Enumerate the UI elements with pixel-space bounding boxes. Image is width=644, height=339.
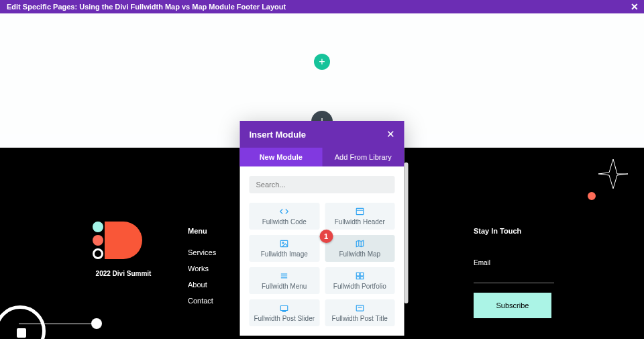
modal-header: Insert Module ✕: [240, 121, 405, 148]
module-card-fullwidth-header[interactable]: Fullwidth Header: [325, 203, 395, 230]
svg-rect-13: [360, 277, 364, 279]
header-icon: [355, 207, 364, 216]
module-search-input[interactable]: [250, 176, 395, 193]
decor-square: [17, 328, 26, 338]
module-grid: Fullwidth CodeFullwidth HeaderFullwidth …: [250, 203, 395, 326]
footer-subscribe-column: Stay In Touch Email Subscribe: [474, 227, 554, 318]
add-section-button[interactable]: +: [314, 54, 330, 70]
module-card-fullwidth-portfolio[interactable]: Fullwidth Portfolio: [325, 267, 395, 294]
module-card-label: Fullwidth Post Slider: [254, 315, 315, 322]
close-builder-button[interactable]: ✕: [631, 1, 639, 12]
module-card-label: Fullwidth Image: [261, 250, 308, 258]
site-name: 2022 Divi Summit: [83, 270, 164, 277]
modal-body: Fullwidth CodeFullwidth HeaderFullwidth …: [240, 166, 405, 336]
stay-heading: Stay In Touch: [474, 227, 554, 235]
decor-circle-small: [91, 318, 102, 329]
module-card-label: Fullwidth Code: [262, 218, 307, 226]
modal-close-button[interactable]: ✕: [386, 128, 395, 140]
footer-menu-item[interactable]: About: [188, 281, 216, 289]
map-icon: [355, 239, 364, 248]
step-badge: 1: [319, 230, 333, 243]
module-card-fullwidth-map[interactable]: Fullwidth Map1: [325, 235, 395, 262]
module-card-fullwidth-code[interactable]: Fullwidth Code: [250, 203, 320, 230]
decor-line: [19, 324, 99, 324]
svg-rect-18: [356, 305, 364, 311]
module-card-label: Fullwidth Menu: [262, 283, 307, 290]
svg-point-17: [285, 311, 286, 311]
subscribe-button[interactable]: Subscribe: [474, 293, 551, 318]
logo-dot-orange: [93, 235, 103, 246]
svg-rect-12: [356, 277, 360, 279]
footer-menu-item[interactable]: Contact: [188, 297, 216, 305]
footer-menu-item[interactable]: Services: [188, 248, 216, 256]
svg-point-3: [282, 242, 284, 244]
title-icon: [355, 303, 364, 313]
footer-menu-column: Menu Services Works About Contact: [188, 227, 216, 313]
module-card-label: Fullwidth Header: [335, 218, 385, 226]
footer-menu-item[interactable]: Works: [188, 264, 216, 273]
module-card-label: Fullwidth Post Title: [332, 315, 388, 322]
slider-icon: [280, 303, 289, 313]
email-input[interactable]: [474, 271, 554, 283]
module-card-label: Fullwidth Portfolio: [333, 283, 386, 290]
module-card-fullwidth-post-slider[interactable]: Fullwidth Post Slider: [250, 299, 320, 326]
logo-dot-teal: [93, 222, 103, 232]
module-card-fullwidth-image[interactable]: Fullwidth Image: [250, 235, 320, 262]
builder-top-bar: Edit Specific Pages: Using the Divi Full…: [0, 0, 644, 13]
svg-marker-4: [356, 240, 364, 246]
tab-add-from-library[interactable]: Add From Library: [322, 148, 405, 166]
footer-menu-heading: Menu: [188, 227, 216, 235]
module-card-fullwidth-menu[interactable]: Fullwidth Menu: [250, 267, 320, 294]
svg-rect-14: [281, 306, 288, 311]
tab-new-module[interactable]: New Module: [240, 148, 323, 166]
modal-title: Insert Module: [250, 130, 307, 140]
svg-rect-11: [360, 273, 364, 276]
svg-point-15: [282, 311, 283, 311]
portfolio-icon: [355, 271, 364, 281]
svg-rect-10: [356, 273, 360, 276]
code-icon: [280, 207, 289, 216]
logo-dot-ring: [93, 248, 103, 259]
email-label: Email: [474, 259, 554, 267]
page-title: Edit Specific Pages: Using the Divi Full…: [7, 3, 286, 11]
svg-rect-2: [281, 240, 288, 246]
image-icon: [280, 239, 289, 248]
orange-dot-decor: [588, 192, 596, 200]
logo-half-circle: [105, 222, 142, 259]
insert-module-modal: Insert Module ✕ New Module Add From Libr…: [240, 121, 405, 336]
svg-rect-0: [356, 208, 364, 214]
star-decor-icon: [597, 158, 629, 190]
upper-empty-section: + +: [0, 13, 644, 134]
modal-scrollbar[interactable]: [405, 162, 409, 303]
menu-icon: [280, 271, 289, 281]
modal-tabs: New Module Add From Library: [240, 148, 405, 166]
module-card-fullwidth-post-title[interactable]: Fullwidth Post Title: [325, 299, 395, 326]
svg-point-16: [284, 311, 284, 311]
module-card-label: Fullwidth Map: [339, 250, 380, 258]
